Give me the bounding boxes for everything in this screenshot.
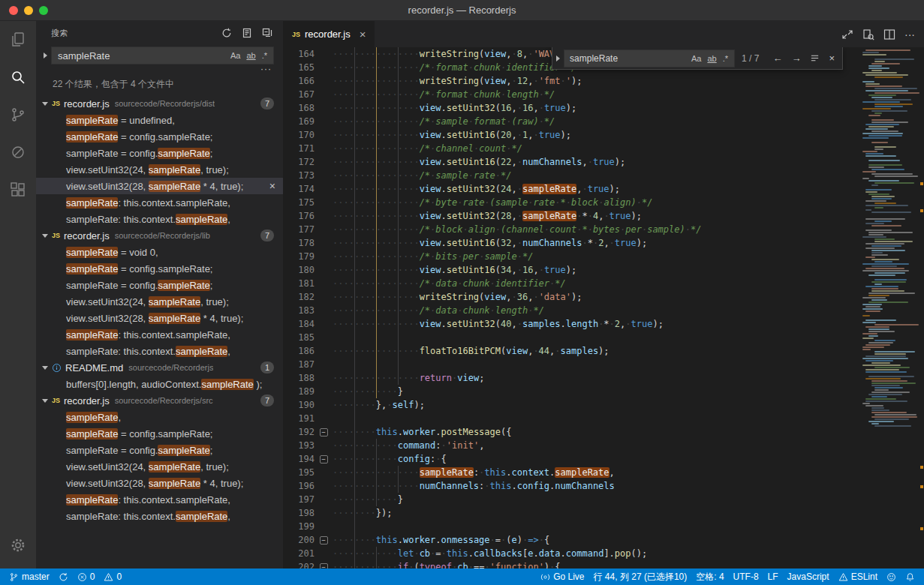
code-line: 200−········this.worker.onmessage·=·(e)·… [283, 533, 924, 547]
status-language-mode[interactable]: JavaScript [783, 568, 834, 585]
find-input[interactable]: sampleRate [570, 53, 688, 64]
status-encoding[interactable]: UTF-8 [729, 568, 763, 585]
refresh-icon[interactable] [221, 28, 232, 38]
match-case-toggle[interactable]: Aa [227, 51, 243, 60]
find-regex-toggle[interactable]: .* [720, 54, 731, 63]
expand-twisty-icon[interactable] [42, 366, 48, 370]
search-result-row[interactable]: sampleRate = config.sampleRate; [36, 260, 283, 277]
search-file-row[interactable]: JSrecorder.jssourcecode/Recorderjs/src7 [36, 392, 283, 409]
toggle-replace-chevron-icon[interactable] [552, 56, 564, 62]
source-control-icon[interactable] [0, 96, 36, 134]
find-whole-word-toggle[interactable]: ab [704, 54, 719, 63]
search-icon[interactable] [0, 58, 36, 96]
whole-word-toggle[interactable]: ab [243, 51, 258, 60]
indent-guide: ···· [333, 344, 354, 358]
search-file-row[interactable]: JSrecorder.jssourcecode/Recorderjs/lib7 [36, 227, 283, 244]
minimize-window-button[interactable] [24, 6, 33, 15]
status-branch[interactable]: master [5, 568, 54, 585]
search-result-row[interactable]: sampleRate = void 0, [36, 244, 283, 260]
search-result-row[interactable]: view.setUint32(24, sampleRate, true); [36, 458, 283, 475]
fold-marker-icon[interactable]: − [320, 536, 328, 544]
search-result-row[interactable]: sampleRate = config.sampleRate; [36, 277, 283, 293]
fold-marker-icon[interactable]: − [320, 428, 328, 436]
dismiss-result-icon[interactable]: × [269, 180, 275, 192]
status-eslint[interactable]: ESLint [834, 568, 882, 585]
status-cursor-position[interactable]: 行 44, 列 27 (已选择10) [589, 568, 692, 585]
search-result-row[interactable]: sampleRate: this.context.sampleRate, [36, 508, 283, 524]
result-text: view.setUint32(28, sampleRate * 4, true)… [66, 313, 275, 324]
search-file-row[interactable]: JSrecorder.jssourcecode/Recorderjs/dist7 [36, 95, 283, 112]
search-result-row[interactable]: sampleRate: this.context.sampleRate, [36, 343, 283, 359]
search-result-row[interactable]: view.setUint32(24, sampleRate, true); [36, 293, 283, 310]
search-result-row[interactable]: buffers[0].length, audioContext.sampleRa… [36, 376, 283, 392]
find-in-selection-icon[interactable] [805, 53, 824, 63]
search-result-row[interactable]: sampleRate = config.sampleRate; [36, 425, 283, 442]
open-preview-icon[interactable] [862, 28, 874, 40]
search-result-row[interactable]: sampleRate: this.context.sampleRate, [36, 194, 283, 211]
expand-twisty-icon[interactable] [42, 102, 48, 106]
search-result-row[interactable]: sampleRate = config.sampleRate; [36, 442, 283, 458]
search-input[interactable]: sampleRate [58, 50, 227, 62]
status-go-live[interactable]: Go Live [536, 568, 588, 585]
more-actions-icon[interactable]: ··· [904, 28, 915, 40]
code-token: },· [376, 400, 393, 410]
find-input-box[interactable]: sampleRate Aa ab .* [564, 50, 735, 68]
status-notifications[interactable] [901, 568, 919, 585]
new-search-editor-icon[interactable] [242, 28, 252, 38]
search-file-row[interactable]: README.mdsourcecode/Recorderjs1 [36, 359, 283, 376]
status-eol[interactable]: LF [763, 568, 783, 585]
code-token: setUint32 [447, 319, 495, 329]
indent-guide: ···· [333, 277, 354, 290]
regex-toggle[interactable]: .* [259, 51, 270, 60]
previous-match-icon[interactable]: ← [768, 52, 787, 64]
indent-guide: ···· [333, 88, 354, 101]
search-result-row[interactable]: sampleRate: this.context.sampleRate, [36, 491, 283, 508]
close-tab-icon[interactable]: × [360, 28, 366, 40]
search-result-row[interactable]: sampleRate = config.sampleRate; [36, 128, 283, 145]
whitespace-dot: · [430, 197, 435, 208]
debug-icon[interactable] [0, 134, 36, 171]
search-result-row[interactable]: sampleRate: this.context.sampleRate, [36, 326, 283, 343]
toggle-search-details-button[interactable]: ··· [260, 65, 272, 74]
collapse-all-icon[interactable] [262, 28, 272, 38]
close-window-button[interactable] [9, 6, 18, 15]
search-result-row[interactable]: view.setUint32(28, sampleRate * 4, true)… [36, 178, 283, 194]
settings-gear-icon[interactable] [0, 526, 36, 564]
next-match-icon[interactable]: → [787, 52, 805, 64]
status-feedback[interactable] [882, 568, 901, 585]
search-result-row[interactable]: sampleRate = config.sampleRate; [36, 145, 283, 161]
search-result-row[interactable]: sampleRate = undefined, [36, 112, 283, 128]
explorer-icon[interactable] [0, 21, 36, 58]
result-text: view.setUint32(24, sampleRate, true); [66, 164, 275, 176]
indent-guide: ···· [398, 479, 420, 493]
status-sync[interactable] [54, 568, 73, 585]
search-result-row[interactable]: view.setUint32(24, sampleRate, true); [36, 161, 283, 178]
close-find-widget-icon[interactable]: × [824, 52, 839, 64]
search-input-box[interactable]: sampleRate Aa ab .* [51, 46, 274, 64]
code-text: ············} [333, 385, 403, 398]
fold-marker-icon[interactable]: − [320, 455, 328, 464]
extensions-icon[interactable] [0, 171, 36, 208]
toggle-replace-chevron-icon[interactable] [39, 52, 51, 58]
search-result-row[interactable]: sampleRate, [36, 409, 283, 425]
search-result-row[interactable]: view.setUint32(28, sampleRate * 4, true)… [36, 475, 283, 491]
code-token: ); [571, 76, 582, 86]
expand-twisty-icon[interactable] [42, 399, 48, 403]
status-eslint-label: ESLint [851, 572, 877, 582]
search-result-row[interactable]: view.setUint32(28, sampleRate * 4, true)… [36, 310, 283, 326]
fold-marker-icon[interactable]: − [320, 563, 328, 569]
expand-twisty-icon[interactable] [42, 234, 48, 238]
whitespace-dot: · [408, 562, 414, 568]
open-changes-icon[interactable] [841, 28, 853, 40]
code-token: numChannels [522, 238, 582, 248]
search-result-row[interactable]: sampleRate: this.context.sampleRate, [36, 211, 283, 227]
split-editor-icon[interactable] [883, 28, 895, 40]
status-indentation[interactable]: 空格: 4 [691, 568, 728, 585]
zoom-window-button[interactable] [39, 6, 48, 15]
status-errors[interactable]: 0 [73, 568, 100, 585]
minimap[interactable] [858, 47, 924, 568]
minimap-line [874, 76, 903, 78]
tab-recorder-js[interactable]: JS recorder.js × [283, 21, 375, 47]
find-match-case-toggle[interactable]: Aa [688, 54, 704, 63]
status-warnings[interactable]: 0 [99, 568, 126, 585]
